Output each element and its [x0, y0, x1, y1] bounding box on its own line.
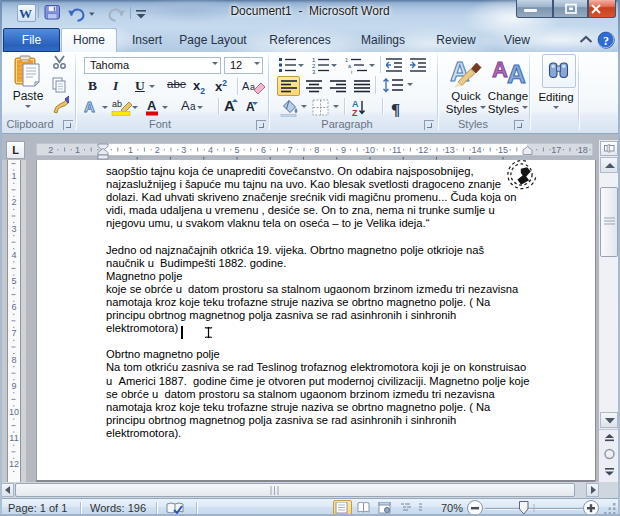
svg-text:A: A	[84, 98, 95, 115]
svg-text:13: 13	[445, 145, 455, 155]
svg-text:5: 5	[234, 145, 239, 155]
svg-text:2: 2	[155, 145, 160, 155]
svg-text:10: 10	[9, 407, 19, 417]
svg-text:3: 3	[11, 224, 16, 234]
svg-text:5: 5	[11, 276, 16, 286]
svg-text:6: 6	[261, 145, 266, 155]
svg-text:A: A	[507, 59, 526, 89]
svg-text:9: 9	[341, 145, 346, 155]
svg-text:A: A	[181, 98, 190, 113]
svg-text:12: 12	[418, 145, 428, 155]
svg-text:7: 7	[11, 328, 16, 338]
svg-text:11: 11	[9, 433, 18, 443]
svg-text:A: A	[224, 97, 235, 114]
svg-text:Z: Z	[352, 108, 358, 117]
svg-text:14: 14	[471, 145, 481, 155]
svg-text:7: 7	[288, 145, 293, 155]
svg-text:17: 17	[551, 145, 561, 155]
svg-text:1: 1	[75, 145, 80, 155]
svg-text:4: 4	[11, 250, 16, 260]
svg-text:1: 1	[11, 171, 16, 181]
svg-text:2: 2	[48, 145, 53, 155]
svg-text:?: ?	[603, 34, 609, 48]
svg-text:4: 4	[208, 145, 213, 155]
svg-text:15: 15	[498, 145, 508, 155]
svg-text:a: a	[190, 101, 196, 112]
svg-text:9: 9	[11, 381, 16, 391]
svg-text:10: 10	[365, 145, 375, 155]
svg-text:1: 1	[128, 145, 133, 155]
svg-text:¶: ¶	[391, 100, 400, 118]
svg-text:ab: ab	[112, 99, 122, 109]
svg-text:3: 3	[181, 145, 186, 155]
svg-text:6: 6	[11, 302, 16, 312]
svg-text:3: 3	[312, 69, 316, 74]
svg-text:A: A	[492, 57, 508, 82]
svg-text:18: 18	[578, 145, 588, 155]
svg-text:A: A	[242, 80, 250, 92]
svg-text:i: i	[351, 69, 352, 74]
svg-text:8: 8	[314, 145, 319, 155]
svg-text:2: 2	[11, 197, 16, 207]
svg-text:A: A	[147, 98, 157, 113]
svg-text:12: 12	[9, 459, 19, 469]
svg-text:11: 11	[392, 145, 401, 155]
svg-text:8: 8	[11, 355, 16, 365]
